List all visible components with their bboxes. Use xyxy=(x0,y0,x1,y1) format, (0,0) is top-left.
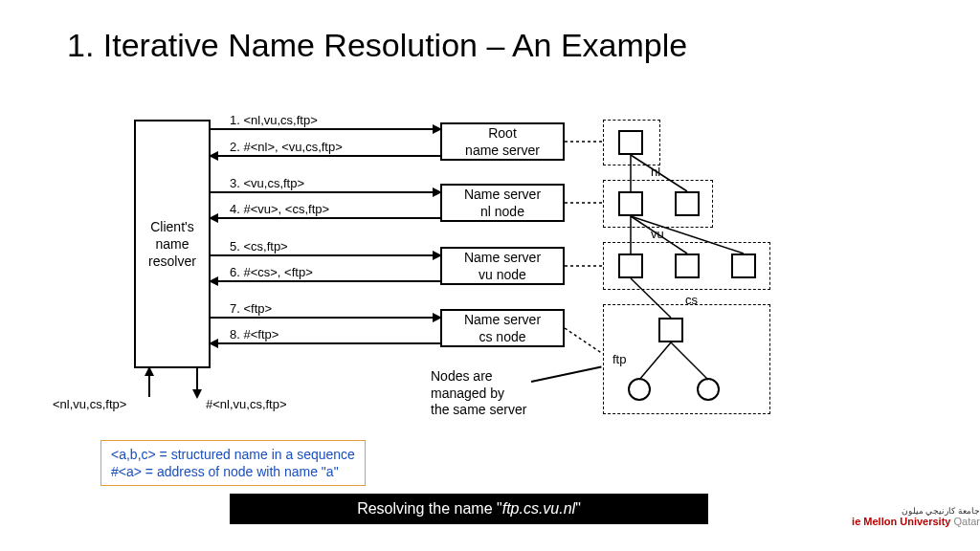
client-resolver-box: Client's name resolver xyxy=(134,120,211,368)
footer-prefix: Resolving the name " xyxy=(357,500,502,517)
managed-note: Nodes are managed by the same server xyxy=(431,368,526,419)
nl-server-box: Name server nl node xyxy=(440,184,565,222)
server-tree-connectors xyxy=(563,105,620,373)
root-server-box: Root name server xyxy=(440,122,565,161)
svg-line-4 xyxy=(631,216,744,253)
msg5-arrow xyxy=(211,254,440,256)
svg-line-6 xyxy=(639,342,671,380)
label: Name server cs node xyxy=(464,311,541,345)
msg5-label: 5. <cs,ftp> xyxy=(230,239,288,253)
msg8-label: 8. #<ftp> xyxy=(230,327,278,342)
svg-line-11 xyxy=(565,328,603,354)
cs-server-box: Name server cs node xyxy=(440,309,565,347)
vu-label: vu xyxy=(651,227,664,241)
cs-label: cs xyxy=(685,293,698,307)
msg7-arrow xyxy=(211,317,440,319)
logo-main: ie Mellon University xyxy=(852,516,950,527)
client-label: Client's name resolver xyxy=(148,218,196,271)
footer-bar: Resolving the name "ftp.cs.vu.nl" xyxy=(230,494,708,524)
label: Root name server xyxy=(465,124,540,159)
msg2-arrow xyxy=(211,155,440,157)
msg2-label: 2. #<nl>, <vu,cs,ftp> xyxy=(230,140,343,154)
input-arrow xyxy=(148,368,150,397)
label: Name server nl node xyxy=(464,186,541,220)
university-logo: جامعة كارنيجي ميلون ie Mellon University… xyxy=(852,506,980,527)
tree-lines xyxy=(603,120,794,426)
msg1-arrow xyxy=(211,128,440,130)
footer-name: ftp.cs.vu.nl xyxy=(502,500,575,517)
legend-box: <a,b,c> = structured name in a sequence … xyxy=(100,440,366,486)
msg3-arrow xyxy=(211,191,440,193)
nl-label: nl xyxy=(651,165,660,179)
slide-title: 1. Iterative Name Resolution – An Exampl… xyxy=(67,27,687,64)
label: Name server vu node xyxy=(464,249,541,283)
input-label: <nl,vu,cs,ftp> xyxy=(53,397,126,411)
msg3-label: 3. <vu,cs,ftp> xyxy=(230,176,304,190)
footer-suffix: " xyxy=(575,500,581,517)
legend-line1: <a,b,c> = structured name in a sequence xyxy=(111,446,355,463)
vu-server-box: Name server vu node xyxy=(440,247,565,285)
logo-sub: Qatar xyxy=(950,516,980,527)
msg6-arrow xyxy=(211,280,440,282)
svg-line-5 xyxy=(631,278,671,318)
output-arrow xyxy=(196,368,198,397)
msg1-label: 1. <nl,vu,cs,ftp> xyxy=(230,113,318,127)
msg4-arrow xyxy=(211,217,440,219)
msg7-label: 7. <ftp> xyxy=(230,301,272,316)
msg4-label: 4. #<vu>, <cs,ftp> xyxy=(230,202,329,216)
msg8-arrow xyxy=(211,342,440,344)
msg6-label: 6. #<cs>, <ftp> xyxy=(230,265,313,279)
output-label: #<nl,vu,cs,ftp> xyxy=(206,397,287,411)
legend-line2: #<a> = address of node with name "a" xyxy=(111,463,355,480)
svg-line-7 xyxy=(671,342,708,380)
resolution-diagram: Client's name resolver <nl,vu,cs,ftp> #<… xyxy=(96,105,861,430)
